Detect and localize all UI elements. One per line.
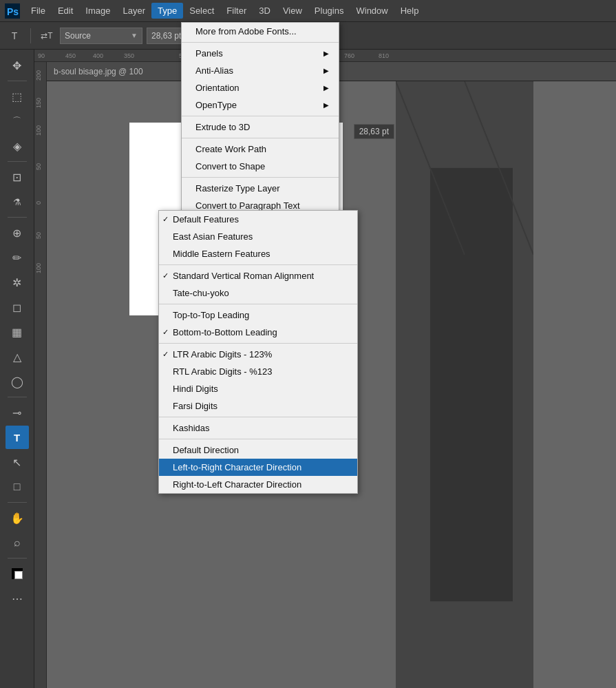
- menu-file[interactable]: File: [25, 3, 52, 19]
- panels-arrow: ▶: [323, 50, 329, 57]
- font-family-selector[interactable]: Source ▼: [60, 28, 142, 44]
- tool-blur[interactable]: △: [6, 345, 29, 368]
- menu-convert-to-shape[interactable]: Convert to Shape: [182, 158, 339, 175]
- sub-sep3: [159, 343, 357, 344]
- svg-text:50: 50: [35, 232, 42, 239]
- sub-sep1: [159, 264, 357, 265]
- type-tool-icon[interactable]: T: [6, 27, 23, 45]
- menu-orientation[interactable]: Orientation ▶: [182, 79, 339, 96]
- submenu-default-direction[interactable]: Default Direction: [159, 441, 357, 459]
- menu-edit[interactable]: Edit: [52, 3, 79, 19]
- submenu-ltr-arabic-digits[interactable]: ✓ LTR Arabic Digits - 123%: [159, 346, 357, 363]
- standard-vertical-check: ✓: [162, 271, 169, 280]
- tool-eyedropper[interactable]: ⚗: [6, 190, 29, 213]
- svg-text:150: 150: [35, 98, 42, 108]
- toolbox: ✥ ⬚ ⌒ ◈ ⊡ ⚗ ⊕ ✏ ✲ ◻ ▦ △ ◯ ⊸ T ↖ □ ✋ ⌕ ⋯: [0, 50, 34, 688]
- tool-dodge[interactable]: ◯: [6, 370, 29, 393]
- menu-rasterize[interactable]: Rasterize Type Layer: [182, 180, 339, 197]
- svg-text:100: 100: [35, 125, 42, 136]
- tool-type[interactable]: T: [6, 426, 29, 449]
- menu-plugins[interactable]: Plugins: [308, 3, 350, 19]
- tool-hand[interactable]: ✋: [6, 506, 29, 530]
- menu-more-fonts[interactable]: More from Adobe Fonts...: [182, 23, 339, 40]
- svg-text:810: 810: [379, 52, 389, 59]
- submenu-rtl-arabic-digits[interactable]: RTL Arabic Digits - %123: [159, 363, 357, 380]
- tool-separator: [8, 81, 27, 81]
- tool-crop[interactable]: ⊡: [6, 165, 29, 189]
- menu-window[interactable]: Window: [350, 3, 394, 19]
- sub-sep2: [159, 304, 357, 304]
- ltr-arabic-check: ✓: [162, 350, 169, 359]
- tool-eraser[interactable]: ◻: [6, 295, 29, 319]
- tool-more[interactable]: ⋯: [6, 587, 29, 610]
- menu-type[interactable]: Type: [151, 3, 183, 19]
- tool-move[interactable]: ✥: [6, 54, 29, 77]
- svg-rect-24: [430, 168, 513, 601]
- sub-sep5: [159, 439, 357, 439]
- font-dropdown-arrow: ▼: [131, 32, 138, 39]
- tool-quick-select[interactable]: ◈: [6, 134, 29, 158]
- menubar: Ps File Edit Image Layer Type Select Fil…: [0, 0, 616, 22]
- language-submenu: ✓ Default Features East Asian Features M…: [158, 210, 358, 494]
- menu-image[interactable]: Image: [79, 3, 116, 19]
- submenu-rtl-character-direction[interactable]: Right-to-Left Character Direction: [159, 476, 357, 493]
- tool-rectangle[interactable]: □: [6, 475, 29, 499]
- menu-create-work-path[interactable]: Create Work Path: [182, 140, 339, 158]
- menu-3d[interactable]: 3D: [253, 3, 277, 19]
- submenu-top-to-top-leading[interactable]: Top-to-Top Leading: [159, 306, 357, 324]
- submenu-standard-vertical-roman[interactable]: ✓ Standard Vertical Roman Alignment: [159, 267, 357, 284]
- tool-healing[interactable]: ⊕: [6, 221, 29, 244]
- opentype-arrow: ▶: [323, 101, 329, 109]
- svg-text:90: 90: [38, 52, 45, 59]
- menu-extrude-3d[interactable]: Extrude to 3D: [182, 118, 339, 136]
- menu-select[interactable]: Select: [183, 3, 220, 19]
- canvas-image-area: [396, 81, 616, 688]
- menu-panels[interactable]: Panels ▶: [182, 45, 339, 62]
- tool-path-selection[interactable]: ↖: [6, 450, 29, 474]
- svg-text:450: 450: [65, 52, 76, 59]
- submenu-middle-eastern-features[interactable]: Middle Eastern Features: [159, 245, 357, 262]
- tool-lasso[interactable]: ⌒: [6, 110, 29, 133]
- menu-layer[interactable]: Layer: [117, 3, 152, 19]
- menu-filter[interactable]: Filter: [220, 3, 253, 19]
- orientation-arrow: ▶: [323, 84, 329, 92]
- canvas-size-badge: 28,63 pt: [354, 124, 394, 139]
- submenu-farsi-digits[interactable]: Farsi Digits: [159, 397, 357, 415]
- menu-sep3: [182, 138, 339, 138]
- tool-zoom[interactable]: ⌕: [6, 531, 29, 554]
- submenu-tate-chu-yoko[interactable]: Tate-chu-yoko: [159, 284, 357, 302]
- tool-separator2: [8, 161, 27, 162]
- submenu-default-features[interactable]: ✓ Default Features: [159, 211, 357, 228]
- submenu-kashidas[interactable]: Kashidas: [159, 419, 357, 437]
- menu-sep4: [182, 177, 339, 178]
- submenu-bottom-to-bottom-leading[interactable]: ✓ Bottom-to-Bottom Leading: [159, 324, 357, 341]
- menu-sep2: [182, 116, 339, 116]
- tool-brush[interactable]: ✏: [6, 246, 29, 269]
- menu-opentype[interactable]: OpenType ▶: [182, 96, 339, 114]
- tool-gradient[interactable]: ▦: [6, 320, 29, 344]
- tool-pen[interactable]: ⊸: [6, 401, 29, 424]
- menu-help[interactable]: Help: [394, 3, 425, 19]
- svg-text:Ps: Ps: [7, 6, 19, 17]
- tool-foreground-color[interactable]: [6, 562, 29, 585]
- tool-clone-stamp[interactable]: ✲: [6, 271, 29, 294]
- text-orientation-icon[interactable]: ⇄T: [38, 27, 56, 45]
- svg-text:350: 350: [124, 52, 134, 59]
- menu-view[interactable]: View: [277, 3, 308, 19]
- app-logo: Ps: [3, 1, 22, 21]
- tool-separator4: [8, 397, 27, 397]
- menu-anti-alias[interactable]: Anti-Alias ▶: [182, 62, 339, 79]
- tool-separator3: [8, 217, 27, 218]
- tool-rect-marquee[interactable]: ⬚: [6, 85, 29, 108]
- svg-text:0: 0: [35, 201, 42, 205]
- submenu-ltr-character-direction[interactable]: Left-to-Right Character Direction: [159, 459, 357, 476]
- svg-text:760: 760: [344, 52, 354, 59]
- svg-text:50: 50: [35, 163, 42, 170]
- submenu-hindi-digits[interactable]: Hindi Digits: [159, 380, 357, 397]
- svg-text:400: 400: [93, 52, 103, 59]
- tool-separator5: [8, 502, 27, 503]
- sub-sep4: [159, 417, 357, 417]
- ruler-vertical: 200 150 100 50 0 50 100: [34, 62, 47, 688]
- submenu-east-asian-features[interactable]: East Asian Features: [159, 228, 357, 245]
- bottom-to-bottom-check: ✓: [162, 328, 169, 337]
